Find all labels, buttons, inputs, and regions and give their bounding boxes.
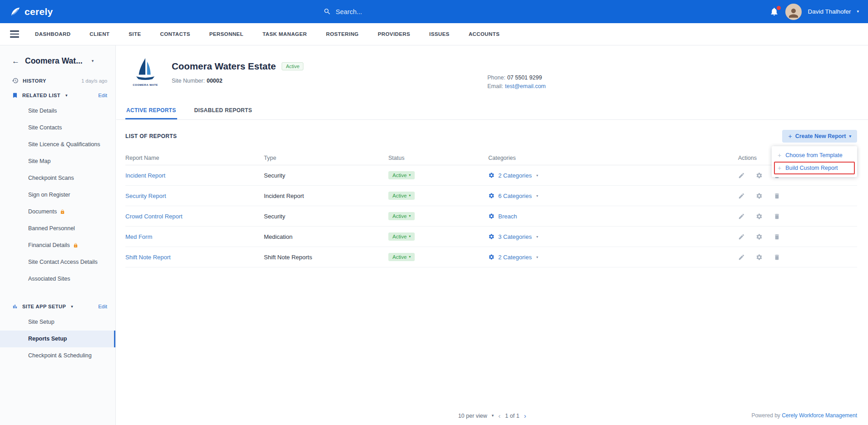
sidebar-item-financial-details[interactable]: Financial Details xyxy=(0,237,115,254)
search-input[interactable] xyxy=(336,8,499,15)
status-badge[interactable]: Active▾ xyxy=(388,212,415,220)
site-contact-block: Phone:07 5501 9299 Email:test@email.com xyxy=(487,74,546,91)
notifications-button[interactable] xyxy=(769,7,779,17)
sidebar-item-site-setup[interactable]: Site Setup xyxy=(0,314,115,331)
sidebar-item-site-details[interactable]: Site Details xyxy=(0,103,115,119)
related-list-header: RELATED LIST ▾ Edit xyxy=(0,88,115,103)
avatar-person-icon xyxy=(787,6,800,20)
status-caret-icon: ▾ xyxy=(409,255,411,259)
settings-gear-icon[interactable] xyxy=(756,233,763,240)
delete-trash-icon[interactable] xyxy=(774,193,780,199)
prev-page-chevron-icon[interactable]: ‹ xyxy=(498,412,501,419)
delete-trash-icon[interactable] xyxy=(774,233,780,240)
categories-link[interactable]: 2 Categories xyxy=(498,254,532,261)
sidebar-item-label: Documents xyxy=(28,208,57,216)
status-badge[interactable]: Active▾ xyxy=(388,171,415,179)
settings-gear-icon[interactable] xyxy=(756,213,763,220)
sidebar-item-documents[interactable]: Documents xyxy=(0,203,115,220)
user-menu-caret-icon[interactable]: ▾ xyxy=(857,10,859,14)
status-badge[interactable]: Active▾ xyxy=(388,253,415,261)
brand-logo[interactable]: cerely xyxy=(10,6,53,17)
per-view-caret-icon[interactable]: ▾ xyxy=(492,414,494,418)
sidebar-item-site-licence-qualifications[interactable]: Site Licence & Qualifications xyxy=(0,136,115,153)
categories-gear-icon[interactable] xyxy=(488,254,495,260)
nav-item-rostering[interactable]: ROSTERING xyxy=(317,23,368,45)
hamburger-menu-icon[interactable] xyxy=(10,29,19,40)
sidebar-item-site-map[interactable]: Site Map xyxy=(0,153,115,170)
status-badge[interactable]: Active▾ xyxy=(388,232,415,241)
categories-link[interactable]: Breach xyxy=(498,213,517,220)
history-row[interactable]: HISTORY 1 day/s ago xyxy=(0,73,115,88)
report-name-link[interactable]: Security Report xyxy=(125,193,166,199)
email-link[interactable]: test@email.com xyxy=(505,83,546,89)
nav-item-issues[interactable]: ISSUES xyxy=(420,23,459,45)
report-name-link[interactable]: Med Form xyxy=(125,233,152,240)
status-caret-icon: ▾ xyxy=(409,214,411,218)
edit-pencil-icon[interactable] xyxy=(738,254,745,261)
sidebar-item-label: Site Contacts xyxy=(28,124,62,132)
nav-item-dashboard[interactable]: DASHBOARD xyxy=(25,23,80,45)
next-page-chevron-icon[interactable]: › xyxy=(524,412,526,419)
settings-gear-icon[interactable] xyxy=(756,172,763,179)
sidebar-item-checkpoint-scheduling[interactable]: Checkpoint & Scheduling xyxy=(0,347,115,364)
report-name-link[interactable]: Incident Report xyxy=(125,172,165,179)
categories-link[interactable]: 3 Categories xyxy=(498,233,532,240)
nav-item-site[interactable]: SITE xyxy=(119,23,150,45)
edit-pencil-icon[interactable] xyxy=(738,172,745,179)
search-bar[interactable] xyxy=(323,0,499,23)
menu-item-choose-from-template[interactable]: + Choose from Template xyxy=(774,149,855,162)
per-view-select[interactable]: 10 per view xyxy=(458,413,487,419)
categories-link[interactable]: 6 Categories xyxy=(498,193,532,199)
nav-item-client[interactable]: CLIENT xyxy=(80,23,119,45)
nav-item-accounts[interactable]: ACCOUNTS xyxy=(459,23,509,45)
report-type: Medication xyxy=(264,233,388,240)
related-list-caret-icon[interactable]: ▾ xyxy=(65,94,68,98)
report-name-link[interactable]: Crowd Control Report xyxy=(125,213,183,220)
nav-item-providers[interactable]: PROVIDERS xyxy=(368,23,420,45)
plus-icon: + xyxy=(788,133,792,140)
user-avatar[interactable] xyxy=(785,4,802,20)
menu-item-build-custom-report[interactable]: + Build Custom Report xyxy=(774,162,855,174)
delete-trash-icon[interactable] xyxy=(774,254,780,261)
menu-item-label: Choose from Template xyxy=(785,152,843,158)
delete-trash-icon[interactable] xyxy=(774,213,780,220)
categories-link[interactable]: 2 Categories xyxy=(498,172,532,179)
history-label: HISTORY xyxy=(23,78,46,84)
site-selector-caret-icon[interactable]: ▾ xyxy=(92,59,94,63)
tab-active-reports[interactable]: ACTIVE REPORTS xyxy=(125,102,177,119)
site-app-setup-edit-link[interactable]: Edit xyxy=(98,304,107,309)
list-of-reports-heading: LIST OF REPORTS xyxy=(125,133,177,139)
back-arrow-icon[interactable]: ← xyxy=(12,57,20,65)
sidebar-item-checkpoint-scans[interactable]: Checkpoint Scans xyxy=(0,170,115,187)
categories-gear-icon[interactable] xyxy=(488,193,495,199)
related-list-edit-link[interactable]: Edit xyxy=(98,93,107,98)
edit-pencil-icon[interactable] xyxy=(738,213,745,220)
settings-gear-icon[interactable] xyxy=(756,254,763,261)
page-title: Coomera Waters Estate xyxy=(172,61,276,72)
sidebar-item-reports-setup[interactable]: Reports Setup xyxy=(0,331,115,347)
sidebar-item-site-contacts[interactable]: Site Contacts xyxy=(0,119,115,136)
nav-item-task-manager[interactable]: TASK MANAGER xyxy=(253,23,317,45)
nav-item-contacts[interactable]: CONTACTS xyxy=(150,23,199,45)
categories-gear-icon[interactable] xyxy=(488,213,495,219)
tab-disabled-reports[interactable]: DISABLED REPORTS xyxy=(193,102,253,119)
sidebar-item-label: Sign on Register xyxy=(28,191,70,199)
sidebar-item-banned-personnel[interactable]: Banned Personnel xyxy=(0,220,115,237)
sidebar-item-site-contact-access-details[interactable]: Site Contact Access Details xyxy=(0,254,115,271)
sidebar-item-associated-sites[interactable]: Associated Sites xyxy=(0,271,115,287)
site-app-setup-caret-icon[interactable]: ▾ xyxy=(71,305,73,309)
create-new-report-button[interactable]: + Create New Report ▾ xyxy=(782,130,857,143)
phone-label: Phone: xyxy=(487,74,506,81)
powered-by-link[interactable]: Cerely Workforce Management xyxy=(782,412,857,419)
categories-gear-icon[interactable] xyxy=(488,172,495,178)
footer-bar: 10 per view ▾ ‹ 1 of 1 › Powered by Cere… xyxy=(116,412,868,421)
status-badge[interactable]: Active▾ xyxy=(388,192,415,200)
categories-gear-icon[interactable] xyxy=(488,233,495,240)
table-row: Shift Note Report Shift Note Reports Act… xyxy=(125,247,857,267)
report-name-link[interactable]: Shift Note Report xyxy=(125,254,171,261)
nav-item-personnel[interactable]: PERSONNEL xyxy=(200,23,253,45)
sidebar-item-sign-on-register[interactable]: Sign on Register xyxy=(0,187,115,203)
edit-pencil-icon[interactable] xyxy=(738,193,745,199)
edit-pencil-icon[interactable] xyxy=(738,233,745,240)
settings-gear-icon[interactable] xyxy=(756,193,763,199)
